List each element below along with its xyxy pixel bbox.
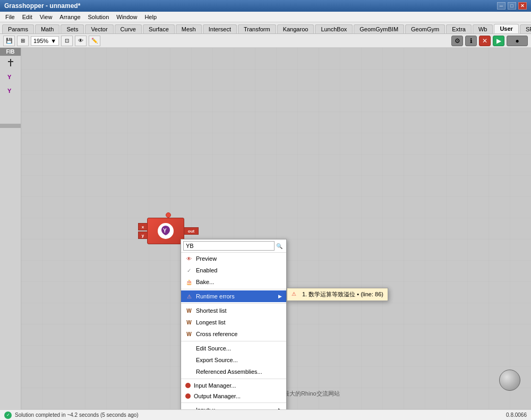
context-menu-search-button[interactable]: 🔍 <box>275 241 284 251</box>
runtime-errors-icon: ⚠ <box>185 293 193 300</box>
svg-text:Y: Y <box>7 88 12 94</box>
tab-extra[interactable]: Extra <box>446 24 472 33</box>
status-message: Solution completed in ~4.2 seconds (5 se… <box>15 412 139 418</box>
output-manager-icon <box>185 393 191 399</box>
runtime-errors-submenu: ⚠ 1. 数学运算等致溢位 • (line: 86) <box>287 288 388 301</box>
tab-user[interactable]: User <box>494 24 518 33</box>
runtime-errors-arrow: ▶ <box>278 294 282 299</box>
menu-view[interactable]: View <box>37 13 56 21</box>
component-inputs: x y <box>138 223 148 239</box>
maximize-button[interactable]: □ <box>508 2 516 10</box>
menubar: File Edit View Arrange Solution Window H… <box>0 12 531 22</box>
fib-item-3[interactable]: Y <box>0 83 21 97</box>
fib-sidebar: FIB Y Y <box>0 48 21 409</box>
info-button-right[interactable]: ℹ <box>465 36 477 46</box>
menu-item-edit-source[interactable]: Edit Source... <box>181 342 286 354</box>
output-port-out[interactable]: out <box>184 227 199 235</box>
yb-icon-svg: Y <box>159 225 172 237</box>
separator-3 <box>181 341 286 341</box>
input-x-arrow: ▶ <box>278 407 282 409</box>
canvas-toolbar: 💾 ⊞ 195% ▼ ⊡ 👁 ✏️ ⚙ ℹ ✕ ▶ ● <box>0 34 531 48</box>
tab-intersect[interactable]: Intersect <box>203 24 237 33</box>
save-button[interactable]: 💾 <box>3 36 15 46</box>
separator-4 <box>181 379 286 379</box>
tab-geomgym[interactable]: GeomGym <box>405 24 445 33</box>
context-menu: 🔍 👁 Preview ✓ Enabled 🎂 Bake... ⚠ Runtim… <box>181 239 287 409</box>
menu-solution[interactable]: Solution <box>85 13 113 21</box>
tab-spm[interactable]: SPM <box>520 24 531 33</box>
longest-list-icon: W <box>185 319 193 326</box>
titlebar-controls: ─ □ ✕ <box>497 2 527 10</box>
zoom-dropdown-icon[interactable]: ▼ <box>50 38 56 44</box>
fib-item-bottom[interactable] <box>0 124 21 128</box>
menu-item-cross-reference[interactable]: W Cross reference <box>181 328 286 340</box>
tab-wb[interactable]: Wb <box>473 24 493 33</box>
menu-item-referenced-assemblies[interactable]: Referenced Assemblies... <box>181 366 286 378</box>
menu-item-input-manager[interactable]: Input Manager... <box>181 380 286 391</box>
shortest-list-icon: W <box>185 307 193 314</box>
fib-item-1[interactable] <box>0 56 21 70</box>
component-icon: Y <box>158 223 174 239</box>
tab-math[interactable]: Math <box>35 24 59 33</box>
context-menu-search-input[interactable] <box>183 241 275 251</box>
menu-arrange[interactable]: Arrange <box>56 13 83 21</box>
close-button-right[interactable]: ✕ <box>479 36 491 46</box>
title-text: Grasshopper - unnamed* <box>4 2 80 10</box>
component-body[interactable]: Y <box>147 218 184 244</box>
tab-mesh[interactable]: Mesh <box>176 24 202 33</box>
menu-file[interactable]: File <box>2 13 18 21</box>
tab-transform[interactable]: Transform <box>238 24 276 33</box>
menu-item-enabled[interactable]: ✓ Enabled <box>181 264 286 276</box>
tab-kangaroo[interactable]: Kangaroo <box>277 24 314 33</box>
menu-item-input-x[interactable]: Input: x ▶ <box>181 404 286 409</box>
menu-item-bake[interactable]: 🎂 Bake... <box>181 276 286 288</box>
minimize-button[interactable]: ─ <box>497 2 506 10</box>
referenced-assemblies-icon <box>185 368 193 375</box>
preview-button[interactable]: 👁 <box>75 36 87 46</box>
unknown-button-right[interactable]: ● <box>507 36 528 46</box>
menu-edit[interactable]: Edit <box>19 13 36 21</box>
bake-icon: 🎂 <box>185 278 193 286</box>
tab-geomgymbim[interactable]: GeomGymBIM <box>354 24 404 33</box>
export-source-icon <box>185 356 193 364</box>
fib-label: FIB <box>0 48 21 56</box>
settings-button-right[interactable]: ⚙ <box>451 36 463 46</box>
menu-item-preview[interactable]: 👁 Preview <box>181 253 286 264</box>
menu-window[interactable]: Window <box>113 13 140 21</box>
tabbar: Params Math Sets Vector Curve Surface Me… <box>0 22 531 34</box>
fib-icon-1 <box>6 58 15 67</box>
menu-help[interactable]: Help <box>141 13 160 21</box>
menu-item-runtime-errors[interactable]: ⚠ Runtime errors ▶ <box>181 290 286 302</box>
cross-reference-icon: W <box>185 330 193 338</box>
input-port-y[interactable]: y <box>138 232 148 239</box>
fib-item-2[interactable]: Y <box>0 70 21 83</box>
menu-item-export-source[interactable]: Export Source... <box>181 354 286 366</box>
svg-text:Y: Y <box>163 228 167 234</box>
submenu-item-1[interactable]: ⚠ 1. 数学运算等致溢位 • (line: 86) <box>287 288 388 301</box>
error-dot <box>166 212 171 218</box>
menu-item-output-manager[interactable]: Output Manager... <box>181 391 286 401</box>
menu-item-longest-list[interactable]: W Longest list <box>181 316 286 328</box>
version-text: 0.8.0066 <box>506 412 527 418</box>
separator-1 <box>181 289 286 289</box>
input-port-x[interactable]: x <box>138 223 148 230</box>
sketch-button[interactable]: ✏️ <box>89 36 100 46</box>
sphere[interactable] <box>499 370 520 391</box>
fit-button[interactable]: ⊞ <box>17 36 29 46</box>
tab-lunchbox[interactable]: LunchBox <box>315 24 353 33</box>
preview-icon: 👁 <box>185 255 193 262</box>
sphere-widget <box>499 370 520 391</box>
tab-curve[interactable]: Curve <box>115 24 142 33</box>
zoom-display: 195% ▼ <box>31 36 59 46</box>
tab-sets[interactable]: Sets <box>61 24 84 33</box>
fib-icon-2: Y <box>6 72 15 81</box>
fit-all-button[interactable]: ⊡ <box>61 36 73 46</box>
menu-button-right[interactable]: ▶ <box>493 36 504 46</box>
menu-item-shortest-list[interactable]: W Shortest list <box>181 305 286 316</box>
tab-surface[interactable]: Surface <box>143 24 175 33</box>
close-button[interactable]: ✕ <box>518 2 527 10</box>
tab-vector[interactable]: Vector <box>85 24 113 33</box>
tab-params[interactable]: Params <box>2 24 34 33</box>
submenu-error-icon: ⚠ <box>292 291 299 298</box>
context-menu-search: 🔍 <box>181 239 286 253</box>
